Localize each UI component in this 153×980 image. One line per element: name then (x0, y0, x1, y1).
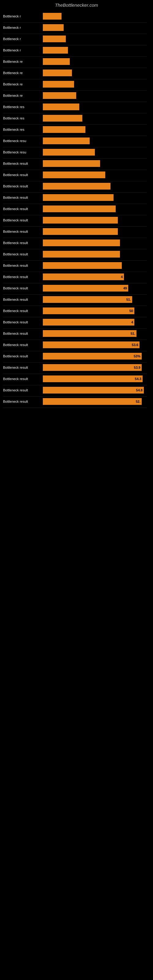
bar (43, 103, 79, 110)
bar-wrap: 51. (43, 330, 147, 337)
bar-wrap (43, 137, 147, 144)
bar-wrap (43, 183, 147, 189)
bar: 52. (43, 398, 142, 405)
bar-label: Bottleneck result (3, 252, 43, 256)
bar-row: Bottleneck result53% (3, 352, 147, 360)
bar (43, 115, 82, 122)
bar-row: Bottleneck result (3, 227, 147, 236)
bar-value: 54.3 (135, 377, 141, 381)
bar-label: Bottleneck r (3, 26, 43, 29)
bar-label: Bottleneck resu (3, 150, 43, 154)
bar-wrap: 53.6 (43, 342, 147, 348)
bar-wrap (43, 205, 147, 212)
bar (43, 240, 120, 246)
bar-row: Bottleneck result (3, 159, 147, 168)
bar: 4 (43, 274, 124, 280)
bar-label: Bottleneck result (3, 332, 43, 335)
bar-wrap: 50 (43, 307, 147, 314)
bar (43, 47, 68, 54)
bar-row: Bottleneck result53.6 (3, 340, 147, 349)
bar: 53.9 (43, 364, 142, 371)
bar-wrap (43, 172, 147, 178)
bar (43, 183, 110, 189)
bar-value: 54.8 (136, 388, 143, 392)
bar: 51. (43, 296, 132, 303)
bar-value: 50 (129, 309, 133, 313)
bar-wrap (43, 35, 147, 42)
bar-wrap (43, 115, 147, 122)
bar-row: Bottleneck result51. (3, 329, 147, 338)
bar-label: Bottleneck res (3, 128, 43, 131)
bar-label: Bottleneck r (3, 14, 43, 18)
bar: 53% (43, 353, 142, 360)
bar-label: Bottleneck resu (3, 139, 43, 143)
bar-wrap (43, 70, 147, 76)
bar-label: Bottleneck res (3, 116, 43, 120)
bar-label: Bottleneck result (3, 241, 43, 245)
bar-row: Bottleneck result (3, 239, 147, 247)
bar (43, 137, 90, 144)
bar-wrap (43, 194, 147, 201)
bar-row: Bottleneck result (3, 205, 147, 213)
bar-label: Bottleneck result (3, 230, 43, 233)
bar-row: Bottleneck result53.9 (3, 363, 147, 372)
bar-wrap (43, 81, 147, 88)
bar-row: Bottleneck resu (3, 137, 147, 145)
bar-row: Bottleneck result49 (3, 284, 147, 293)
bar-wrap (43, 262, 147, 269)
bar-row: Bottleneck result4 (3, 272, 147, 281)
bar-label: Bottleneck result (3, 388, 43, 392)
bar-wrap (43, 217, 147, 224)
bar-row: Bottleneck res (3, 114, 147, 123)
bar-value: 52. (136, 400, 140, 403)
bar-label: Bottleneck result (3, 286, 43, 290)
bar-label: Bottleneck result (3, 173, 43, 177)
bar-wrap (43, 228, 147, 235)
bar-label: Bottleneck re (3, 71, 43, 75)
bar-row: Bottleneck result54.3 (3, 375, 147, 383)
bar-wrap: 54.8 (43, 387, 147, 393)
bar-wrap (43, 240, 147, 246)
bar: 49 (43, 285, 128, 291)
bar-row: Bottleneck r (3, 46, 147, 54)
bar-label: Bottleneck result (3, 400, 43, 403)
bar-row: Bottleneck result (3, 261, 147, 270)
bar-row: Bottleneck result (3, 193, 147, 202)
bar (43, 149, 95, 156)
bar-wrap: 51. (43, 296, 147, 303)
bar-value: 53% (134, 354, 140, 358)
bar (43, 81, 74, 88)
bar-label: Bottleneck result (3, 377, 43, 381)
bar-wrap: 53% (43, 353, 147, 360)
bar: 4 (43, 319, 134, 326)
bar-value: 51. (131, 332, 135, 335)
bar-label: Bottleneck result (3, 207, 43, 211)
bar-value: 53.6 (132, 343, 138, 347)
bar-row: Bottleneck re (3, 68, 147, 77)
bar (43, 70, 72, 76)
bar-label: Bottleneck result (3, 298, 43, 301)
bar (43, 251, 120, 258)
bar-row: Bottleneck resu (3, 148, 147, 156)
bar-label: Bottleneck result (3, 275, 43, 279)
bar-wrap (43, 160, 147, 167)
bar-row: Bottleneck result52. (3, 397, 147, 406)
bar: 53.6 (43, 342, 140, 348)
bar-row: Bottleneck result51. (3, 295, 147, 304)
bar-label: Bottleneck result (3, 218, 43, 222)
bar-wrap: 52. (43, 398, 147, 405)
bar-wrap (43, 103, 147, 110)
bar-label: Bottleneck result (3, 196, 43, 199)
bar-wrap (43, 47, 147, 54)
bar-value: 49 (123, 286, 127, 290)
bar (43, 160, 100, 167)
bar-label: Bottleneck result (3, 264, 43, 267)
bar-wrap: 4 (43, 274, 147, 280)
bar-row: Bottleneck res (3, 125, 147, 134)
bar-label: Bottleneck result (3, 309, 43, 313)
bar-label: Bottleneck re (3, 94, 43, 97)
bar-row: Bottleneck result (3, 216, 147, 224)
bar-row: Bottleneck re (3, 57, 147, 66)
bar (43, 35, 66, 42)
bar (43, 126, 85, 133)
